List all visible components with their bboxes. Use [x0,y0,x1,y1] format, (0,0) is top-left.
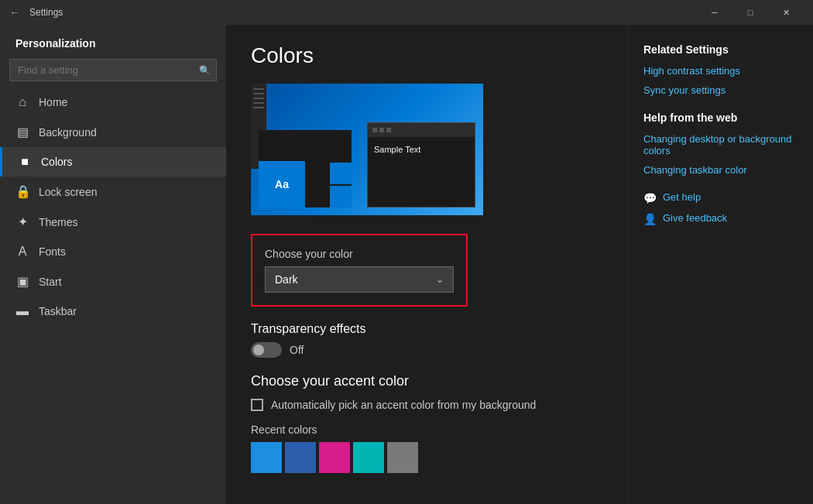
maximize-button[interactable]: □ [732,0,768,25]
sidebar-search-container: 🔍 [9,59,217,81]
color-swatch-0[interactable] [251,442,282,473]
changing-background-link[interactable]: Changing desktop or background colors [643,133,798,156]
transparency-section: Transparency effects Off [251,322,602,358]
main-layout: Personalization 🔍 ⌂ Home ▤ Background ■ … [0,25,813,504]
preview-dot [372,128,377,132]
auto-pick-checkbox[interactable] [251,399,263,411]
sidebar-item-label: Home [39,96,67,108]
chevron-down-icon: ⌄ [436,274,444,285]
toggle-state-label: Off [290,344,304,356]
sidebar-item-background[interactable]: ▤ Background [0,117,226,147]
preview-line [253,107,264,108]
sidebar-item-themes[interactable]: ✦ Themes [0,207,226,237]
changing-taskbar-link[interactable]: Changing taskbar color [643,164,747,176]
choose-color-box: Choose your color Dark ⌄ [251,234,468,307]
themes-icon: ✦ [15,214,29,229]
sidebar-item-start[interactable]: ▣ Start [0,266,226,297]
transparency-toggle[interactable] [251,342,282,358]
sidebar-item-lock-screen[interactable]: 🔒 Lock screen [0,177,226,207]
sample-text: Sample Text [368,137,475,162]
preview-line [253,93,264,94]
sidebar-item-label: Start [39,276,62,288]
help-link-row-1: Changing taskbar color [643,164,798,176]
preview-window: Sample Text [367,122,475,207]
accent-section: Choose your accent color Automatically p… [251,373,602,473]
feedback-icon: 👤 [643,213,657,225]
color-swatch-2[interactable] [319,442,350,473]
preview-tile: Aa [259,130,352,207]
taskbar-icon: ▬ [15,304,29,318]
search-input[interactable] [9,59,217,81]
recent-colors-label: Recent colors [251,423,602,436]
sidebar-item-label: Lock screen [39,186,97,198]
titlebar: ← Settings ─ □ ✕ [0,0,813,25]
preview-line [253,98,264,99]
choose-color-label: Choose your color [265,248,454,260]
home-icon: ⌂ [15,95,29,109]
right-panel: Related Settings High contrast settings … [627,25,813,504]
close-button[interactable]: ✕ [768,0,804,25]
sidebar-item-label: Fonts [39,245,66,258]
auto-pick-row: Automatically pick an accent color from … [251,399,602,411]
fonts-icon: A [15,245,29,259]
toggle-thumb [253,345,264,355]
preview-dot [386,128,391,132]
auto-pick-label: Automatically pick an accent color from … [271,399,536,411]
give-feedback-link[interactable]: Give feedback [663,212,727,224]
sidebar-heading: Personalization [0,31,226,59]
get-help-row: 💬 Get help [643,191,798,204]
related-settings-title: Related Settings [643,43,798,56]
get-help-link[interactable]: Get help [663,191,701,203]
sidebar-item-home[interactable]: ⌂ Home [0,87,226,117]
toggle-row: Off [251,342,602,358]
sidebar-item-label: Colors [41,156,72,168]
sidebar-item-fonts[interactable]: A Fonts [0,237,226,266]
sidebar: Personalization 🔍 ⌂ Home ▤ Background ■ … [0,25,226,504]
color-dropdown[interactable]: Dark ⌄ [265,266,454,293]
color-swatch-1[interactable] [285,442,316,473]
sidebar-item-label: Themes [39,216,78,228]
preview-dots [372,128,391,132]
color-dropdown-value: Dark [275,273,298,286]
get-help-icon: 💬 [643,192,657,204]
preview-line [253,102,264,104]
page-title: Colors [251,43,602,68]
background-icon: ▤ [15,125,29,139]
color-swatches [251,442,602,473]
app-title: Settings [29,7,697,18]
sidebar-item-label: Background [39,126,97,139]
lock-icon: 🔒 [15,184,29,199]
preview-window-titlebar [368,123,475,137]
content-area: Colors Aa [226,25,627,504]
preview-aa: Aa [259,161,305,207]
window-controls: ─ □ ✕ [697,0,804,25]
back-button[interactable]: ← [9,6,20,19]
start-icon: ▣ [15,274,29,289]
help-from-web-title: Help from the web [643,111,798,124]
colors-icon: ■ [18,155,32,169]
preview-dot [379,128,384,132]
preview-line [253,88,264,90]
color-swatch-4[interactable] [387,442,418,473]
minimize-button[interactable]: ─ [697,0,732,25]
give-feedback-row: 👤 Give feedback [643,212,798,225]
accent-title: Choose your accent color [251,373,602,389]
sidebar-item-taskbar[interactable]: ▬ Taskbar [0,297,226,326]
sidebar-item-colors[interactable]: ■ Colors [0,147,226,177]
sidebar-item-label: Taskbar [39,305,77,317]
bottom-links: 💬 Get help 👤 Give feedback [643,191,798,225]
transparency-label: Transparency effects [251,322,602,336]
preview-tile-small2 [330,163,352,184]
preview-tile-small [330,186,352,207]
color-swatch-3[interactable] [353,442,384,473]
high-contrast-link[interactable]: High contrast settings [643,65,798,77]
color-preview: Aa Sample Text [251,84,483,215]
search-icon: 🔍 [199,65,211,76]
help-link-row-0: Changing desktop or background colors [643,133,798,156]
sync-settings-link[interactable]: Sync your settings [643,84,798,96]
